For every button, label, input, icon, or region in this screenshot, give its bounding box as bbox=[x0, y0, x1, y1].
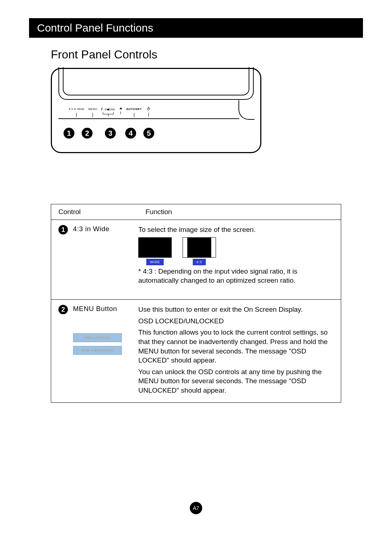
power-icon bbox=[147, 107, 150, 110]
page-header-bar: Control Panel Functions bbox=[29, 18, 363, 38]
subtitle: Front Panel Controls bbox=[51, 48, 363, 61]
callout-1: 1 bbox=[64, 128, 74, 139]
panel-btn-autoset: AUTO/SET bbox=[126, 107, 142, 117]
monitor-wide-icon bbox=[138, 237, 172, 258]
fn-paragraph: You can unlock the OSD controls at any t… bbox=[138, 367, 334, 395]
aspect-label-43: 4:3 bbox=[193, 259, 206, 265]
fn-text: To select the image size of the screen. bbox=[138, 225, 334, 234]
row-callout-2: 2 bbox=[58, 305, 68, 314]
f-italic-icon: f bbox=[101, 107, 102, 111]
control-col: MENU Button OSD LOCKED OSD UNLOCKED bbox=[73, 305, 138, 397]
panel-btn-43wide-label: 4:3 in Wide bbox=[69, 107, 84, 111]
table-header: Control Function bbox=[51, 204, 341, 220]
control-name: MENU Button bbox=[73, 305, 138, 313]
leader-line bbox=[108, 114, 109, 116]
leader-line bbox=[134, 113, 134, 117]
panel-btn-engine-label: ENGINE bbox=[105, 108, 115, 111]
engine-prefix: - bbox=[103, 108, 104, 111]
tri-icons bbox=[107, 109, 110, 111]
callout-2: 2 bbox=[82, 128, 93, 139]
front-panel-diagram: 4:3 in Wide MENU f - ENGINE bbox=[51, 68, 261, 153]
triangle-up-icon bbox=[119, 107, 122, 109]
controls-table: Control Function 1 4:3 in Wide To select… bbox=[51, 204, 341, 403]
table-row: 2 MENU Button OSD LOCKED OSD UNLOCKED Us… bbox=[51, 300, 341, 402]
table-row: 1 4:3 in Wide To select the image size o… bbox=[51, 220, 341, 300]
triangle-down-icon bbox=[107, 109, 110, 111]
control-name: 4:3 in Wide bbox=[73, 225, 138, 294]
fn-heading: OSD LOCKED/UNLOCKED bbox=[138, 316, 334, 326]
panel-button-labels: 4:3 in Wide MENU f - ENGINE bbox=[69, 107, 254, 117]
page-header-title: Control Panel Functions bbox=[37, 22, 153, 34]
page-number-badge: A7 bbox=[190, 502, 202, 514]
leader-line bbox=[93, 113, 93, 117]
panel-btn-power bbox=[147, 107, 150, 117]
leader-line bbox=[121, 111, 121, 114]
callout-5: 5 bbox=[143, 128, 154, 139]
aspect-label-wide: WIDE bbox=[146, 259, 164, 265]
aspect-wide: WIDE bbox=[138, 237, 172, 265]
row-callout-1: 1 bbox=[58, 225, 68, 234]
fn-paragraph: This function allows you to lock the cur… bbox=[138, 328, 334, 365]
monitor-bezel: 4:3 in Wide MENU f - ENGINE bbox=[58, 68, 254, 123]
aspect-ratio-illustrations: WIDE 4:3 bbox=[138, 237, 334, 265]
leader-line bbox=[148, 112, 149, 117]
panel-btn-menu: MENU bbox=[88, 107, 97, 117]
aspect-43: 4:3 bbox=[183, 237, 216, 265]
callout-3: 3 bbox=[105, 128, 116, 139]
callout-numbers: 1 2 3 4 5 bbox=[64, 128, 154, 139]
panel-btn-engine-group: f - ENGINE bbox=[101, 107, 115, 117]
screen-inner-frame bbox=[63, 67, 249, 95]
function-desc: Use this button to enter or exit the On … bbox=[138, 305, 334, 397]
fn-note: * 4:3 : Depending on the input video sig… bbox=[138, 267, 334, 285]
leader-line bbox=[76, 113, 77, 117]
panel-btn-43wide: 4:3 in Wide bbox=[69, 107, 84, 117]
fn-text: Use this button to enter or exit the On … bbox=[138, 305, 334, 314]
panel-btn-autoset-label: AUTO/SET bbox=[126, 107, 142, 111]
osd-status-boxes: OSD LOCKED OSD UNLOCKED bbox=[73, 333, 138, 355]
callout-4: 4 bbox=[125, 128, 136, 139]
page-number: A7 bbox=[193, 505, 199, 511]
function-desc: To select the image size of the screen. … bbox=[138, 225, 334, 294]
row-number-col: 2 bbox=[58, 305, 73, 397]
osd-locked-badge: OSD LOCKED bbox=[73, 333, 122, 342]
panel-btn-menu-label: MENU bbox=[88, 107, 97, 111]
panel-btn-up bbox=[119, 107, 122, 117]
row-number-col: 1 bbox=[58, 225, 73, 294]
monitor-43-icon bbox=[183, 237, 216, 258]
table-header-function: Function bbox=[138, 204, 341, 220]
table-header-control: Control bbox=[51, 204, 138, 220]
osd-unlocked-badge: OSD UNLOCKED bbox=[73, 346, 122, 355]
